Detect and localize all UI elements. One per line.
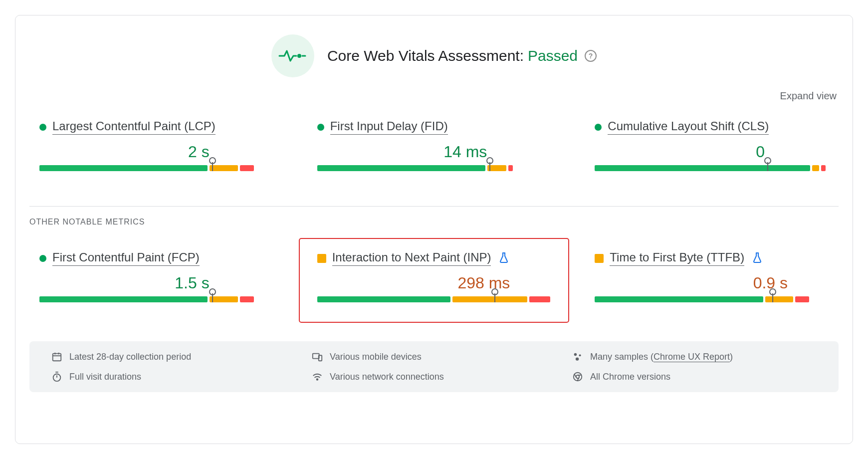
metric-fid-value: 14 ms [443,143,487,161]
dist-seg-red [240,296,254,302]
devices-icon [312,351,323,362]
chrome-icon [572,371,583,382]
metric-fcp-distribution [39,296,273,302]
metric-cls-title[interactable]: Cumulative Layout Shift (CLS) [608,119,769,135]
svg-rect-6 [313,354,319,359]
metric-lcp-title[interactable]: Largest Contentful Paint (LCP) [52,119,216,135]
stopwatch-icon [51,371,62,382]
info-durations-text: Full visit durations [69,372,141,382]
samples-icon [572,351,583,362]
metric-ttfb-title[interactable]: Time to First Byte (TTFB) [610,250,744,266]
status-square-icon [595,254,604,263]
metric-fid: First Input Delay (FID) 14 ms [307,112,561,182]
assessment-header: Core Web Vitals Assessment: Passed ? [29,34,839,77]
info-samples-text: Many samples (Chrome UX Report) [590,352,733,362]
dist-marker-icon [209,288,217,302]
metric-fid-distribution [317,165,551,171]
metric-fcp: First Contentful Paint (FCP) 1.5 s [29,243,283,313]
dist-marker-icon [209,157,217,171]
info-period-text: Latest 28-day collection period [69,352,191,362]
info-band: Latest 28-day collection period Various … [29,341,839,392]
dist-seg-red [508,165,513,171]
core-metrics-row: Largest Contentful Paint (LCP) 2 s First… [29,112,839,182]
dist-marker-icon [491,288,499,302]
info-network: Various network connections [312,371,556,382]
other-metrics-row: First Contentful Paint (FCP) 1.5 s Inter… [29,243,839,313]
dist-seg-green [317,296,450,302]
core-web-vitals-panel: Core Web Vitals Assessment: Passed ? Exp… [15,15,853,444]
flask-icon [752,252,762,265]
network-icon [312,371,323,382]
status-dot-icon [39,255,46,262]
svg-point-14 [317,379,318,380]
dist-seg-red [240,165,254,171]
svg-point-8 [574,353,577,356]
svg-point-10 [576,357,579,360]
svg-rect-2 [53,354,61,361]
chrome-ux-report-link[interactable]: Chrome UX Report [653,352,730,362]
dist-seg-amber [452,296,527,302]
metric-inp-title[interactable]: Interaction to Next Paint (INP) [332,250,491,266]
metric-lcp-value: 2 s [188,143,210,161]
info-period: Latest 28-day collection period [51,351,296,362]
metric-inp-distribution [317,296,551,302]
status-dot-icon [317,124,324,131]
info-devices-text: Various mobile devices [330,352,422,362]
svg-point-11 [53,374,61,382]
metric-cls: Cumulative Layout Shift (CLS) 0 [585,112,839,182]
status-dot-icon [595,124,602,131]
other-metrics-label: OTHER NOTABLE METRICS [29,218,839,227]
info-devices: Various mobile devices [312,351,556,362]
section-divider [29,206,839,207]
assessment-title: Core Web Vitals Assessment: Passed ? [327,47,597,64]
metric-ttfb: Time to First Byte (TTFB) 0.9 s [585,243,839,313]
dist-marker-icon [486,157,494,171]
dist-seg-green [595,296,763,302]
metric-lcp: Largest Contentful Paint (LCP) 2 s [29,112,283,182]
info-durations: Full visit durations [51,371,296,382]
metric-fcp-value: 1.5 s [175,274,209,292]
dist-seg-red [795,296,809,302]
help-icon[interactable]: ? [585,50,597,62]
info-network-text: Various network connections [330,372,444,382]
dist-seg-green [317,165,485,171]
info-versions-text: All Chrome versions [590,372,670,382]
metric-fcp-title[interactable]: First Contentful Paint (FCP) [52,250,200,266]
flask-icon [499,252,509,265]
expand-view-link[interactable]: Expand view [780,90,837,102]
dist-seg-green [595,165,810,171]
metric-inp: Interaction to Next Paint (INP) 298 ms [299,238,569,322]
dist-marker-icon [764,157,772,171]
dist-marker-icon [769,288,777,302]
info-versions: All Chrome versions [572,371,817,382]
status-square-icon [317,254,326,263]
status-dot-icon [39,124,46,131]
calendar-icon [51,351,62,362]
assessment-status: Passed [528,47,578,64]
metric-lcp-distribution [39,165,273,171]
dist-seg-green [39,296,208,302]
dist-seg-red [821,165,826,171]
metric-fid-title[interactable]: First Input Delay (FID) [330,119,448,135]
dist-seg-green [39,165,208,171]
svg-point-0 [297,54,301,58]
assessment-title-prefix: Core Web Vitals Assessment: [327,47,524,64]
dist-seg-amber [812,165,819,171]
metric-ttfb-distribution [595,296,829,302]
info-samples: Many samples (Chrome UX Report) [572,351,817,362]
svg-point-9 [579,354,581,356]
metric-inp-value: 298 ms [457,274,510,292]
dist-seg-red [529,296,550,302]
pulse-icon [271,34,314,77]
metric-cls-distribution [595,165,829,171]
